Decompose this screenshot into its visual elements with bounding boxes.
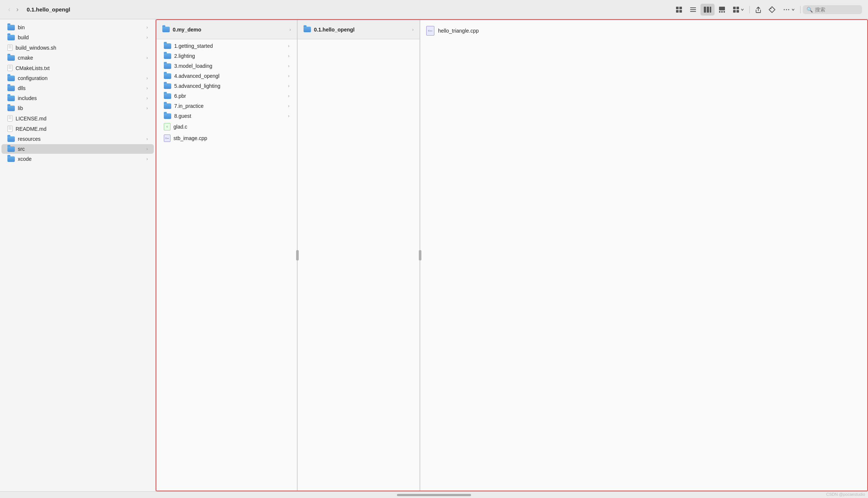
col0-item-7.in_practice[interactable]: 7.in_practice › xyxy=(158,101,295,111)
col0-item-4.advanced_opengl[interactable]: 4.advanced_opengl › xyxy=(158,71,295,81)
window-title: 0.1.hello_opengl xyxy=(27,6,70,13)
cpp-file-icon: C++ xyxy=(164,135,170,142)
file-icon xyxy=(7,44,13,51)
group-button[interactable] xyxy=(729,4,747,16)
svg-point-20 xyxy=(786,9,787,10)
col0-header-name: 0.my_demo xyxy=(173,27,289,33)
svg-rect-2 xyxy=(676,10,679,13)
col1-chevron: › xyxy=(412,27,414,32)
sidebar-item-xcode[interactable]: xcode › xyxy=(1,154,154,164)
tag-button[interactable] xyxy=(765,4,779,16)
watermark: CSDN @pocaestudio xyxy=(826,492,865,497)
search-input[interactable] xyxy=(815,7,858,13)
preview-filename: hello_triangle.cpp xyxy=(438,28,479,34)
svg-rect-9 xyxy=(710,7,711,13)
toolbar-divider-1 xyxy=(749,6,750,13)
item-name: build xyxy=(18,34,146,40)
item-name: src xyxy=(18,146,146,152)
sidebar-item-lib[interactable]: lib › xyxy=(1,103,154,113)
col0-item-glad.c[interactable]: C glad.c xyxy=(158,121,295,132)
search-icon: 🔍 xyxy=(806,7,813,13)
folder-icon xyxy=(7,35,15,40)
toolbar-divider-2 xyxy=(800,6,801,13)
share-button[interactable] xyxy=(752,4,765,16)
item-name: lib xyxy=(18,105,146,111)
svg-rect-10 xyxy=(719,7,725,10)
more-icon xyxy=(782,6,791,13)
svg-point-21 xyxy=(788,9,789,10)
c-file-icon: C xyxy=(164,123,170,130)
svg-rect-4 xyxy=(690,7,696,8)
folder-icon xyxy=(164,83,171,89)
svg-rect-0 xyxy=(676,7,679,9)
col-resize-handle-0[interactable] xyxy=(296,250,299,260)
more-button[interactable] xyxy=(779,4,798,16)
bottom-bar xyxy=(0,491,868,498)
grid-icon xyxy=(675,6,683,13)
item-name: includes xyxy=(18,95,146,101)
col-resize-handle-1[interactable] xyxy=(419,250,421,260)
chevron-icon: › xyxy=(288,73,289,79)
chevron-down-icon-2 xyxy=(791,8,795,11)
chevron-icon: › xyxy=(146,146,148,152)
col0-item-8.guest[interactable]: 8.guest › xyxy=(158,111,295,121)
col0-item-5.advanced_lighting[interactable]: 5.advanced_lighting › xyxy=(158,81,295,91)
sidebar-item-src[interactable]: src › xyxy=(1,144,154,154)
icon-view-button[interactable] xyxy=(672,4,686,16)
item-name: 6.pbr xyxy=(174,93,288,99)
sidebar-item-LICENSE.md[interactable]: LICENSE.md xyxy=(1,113,154,123)
svg-rect-12 xyxy=(721,11,723,13)
columns-area: 0.my_demo › 1.getting_started › 2.lighti… xyxy=(156,19,868,491)
sidebar-item-includes[interactable]: includes › xyxy=(1,93,154,103)
svg-rect-8 xyxy=(707,7,709,13)
col0-item-2.lighting[interactable]: 2.lighting › xyxy=(158,51,295,61)
sidebar-item-CMakeLists.txt[interactable]: CMakeLists.txt xyxy=(1,63,154,73)
sidebar-item-README.md[interactable]: README.md xyxy=(1,124,154,134)
item-name: 7.in_practice xyxy=(174,103,288,109)
chevron-icon: › xyxy=(146,86,148,91)
search-box[interactable]: 🔍 xyxy=(803,5,862,14)
forward-button[interactable]: › xyxy=(14,4,21,15)
col0-item-3.model_loading[interactable]: 3.model_loading › xyxy=(158,61,295,71)
sidebar-item-build[interactable]: build › xyxy=(1,33,154,42)
col0-item-1.getting_started[interactable]: 1.getting_started › xyxy=(158,41,295,51)
col0-header: 0.my_demo › xyxy=(156,20,297,39)
column-view-button[interactable] xyxy=(700,4,715,16)
sidebar-item-bin[interactable]: bin › xyxy=(1,23,154,32)
chevron-icon: › xyxy=(146,55,148,60)
list-view-button[interactable] xyxy=(686,4,700,16)
share-icon xyxy=(755,6,762,13)
gallery-icon xyxy=(718,6,726,13)
item-name: 5.advanced_lighting xyxy=(174,83,288,89)
scroll-thumb[interactable] xyxy=(397,494,471,496)
folder-icon xyxy=(7,86,15,91)
svg-rect-7 xyxy=(704,7,706,13)
sidebar-item-build_windows.sh[interactable]: build_windows.sh xyxy=(1,43,154,53)
tag-icon xyxy=(768,6,776,13)
col0-chevron: › xyxy=(289,27,291,32)
col1-folder-icon xyxy=(304,27,311,32)
svg-point-18 xyxy=(771,8,772,9)
file-icon xyxy=(7,65,13,71)
columns-icon xyxy=(703,6,712,13)
chevron-icon: › xyxy=(146,76,148,81)
sidebar-item-configuration[interactable]: configuration › xyxy=(1,73,154,83)
svg-rect-14 xyxy=(733,7,736,9)
svg-rect-1 xyxy=(679,7,682,9)
sidebar-item-dlls[interactable]: dlls › xyxy=(1,83,154,93)
col0-item-stb_image.cpp[interactable]: C++ stb_image.cpp xyxy=(158,133,295,144)
back-button[interactable]: ‹ xyxy=(6,4,13,15)
chevron-icon: › xyxy=(288,103,289,109)
item-name: README.md xyxy=(16,126,148,132)
folder-icon xyxy=(7,146,15,152)
folder-icon xyxy=(7,76,15,81)
folder-icon xyxy=(7,136,15,142)
svg-rect-11 xyxy=(719,11,720,13)
sidebar-item-cmake[interactable]: cmake › xyxy=(1,53,154,63)
svg-rect-3 xyxy=(679,10,682,13)
gallery-view-button[interactable] xyxy=(715,4,729,16)
group-icon xyxy=(732,6,740,13)
folder-icon xyxy=(7,106,15,111)
col0-item-6.pbr[interactable]: 6.pbr › xyxy=(158,91,295,101)
sidebar-item-resources[interactable]: resources › xyxy=(1,134,154,144)
